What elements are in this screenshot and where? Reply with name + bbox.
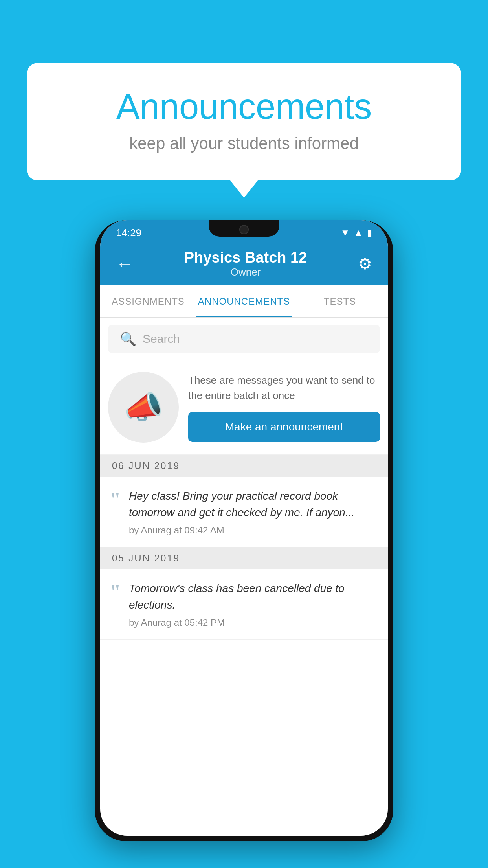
wifi-icon: ▼ bbox=[340, 227, 350, 238]
front-camera bbox=[239, 225, 249, 234]
message-text-2: Tomorrow's class has been cancelled due … bbox=[129, 580, 378, 613]
app-bar-title: Physics Batch 12 bbox=[137, 249, 354, 266]
message-text-1: Hey class! Bring your practical record b… bbox=[129, 488, 378, 521]
tabs-bar: ASSIGNMENTS ANNOUNCEMENTS TESTS bbox=[100, 285, 388, 318]
quote-icon-2: " bbox=[110, 582, 121, 602]
status-icons: ▼ ▲ ▮ bbox=[340, 227, 372, 238]
search-bar[interactable]: 🔍 Search bbox=[108, 325, 380, 353]
make-announcement-button[interactable]: Make an announcement bbox=[188, 412, 380, 442]
date-divider-2: 05 JUN 2019 bbox=[100, 547, 388, 569]
app-bar-title-group: Physics Batch 12 Owner bbox=[137, 249, 354, 278]
tab-tests[interactable]: TESTS bbox=[292, 285, 388, 317]
date-divider-1: 06 JUN 2019 bbox=[100, 455, 388, 477]
phone-screen: 14:29 ▼ ▲ ▮ ← Physics Batch 12 Owner ⚙ A… bbox=[100, 220, 388, 836]
message-author-1: by Anurag at 09:42 AM bbox=[129, 525, 378, 536]
announce-prompt: 📣 These are messages you want to send to… bbox=[100, 360, 388, 455]
message-item-2: " Tomorrow's class has been cancelled du… bbox=[100, 569, 388, 640]
search-icon: 🔍 bbox=[120, 331, 136, 347]
quote-icon-1: " bbox=[110, 489, 121, 510]
battery-icon: ▮ bbox=[367, 227, 372, 238]
content-area: 🔍 Search 📣 These are messages you want t… bbox=[100, 318, 388, 640]
speech-bubble: Announcements keep all your students inf… bbox=[27, 63, 461, 180]
message-content-1: Hey class! Bring your practical record b… bbox=[129, 488, 378, 536]
tab-assignments[interactable]: ASSIGNMENTS bbox=[100, 285, 196, 317]
megaphone-circle: 📣 bbox=[108, 372, 179, 443]
settings-button[interactable]: ⚙ bbox=[354, 251, 376, 277]
announce-right: These are messages you want to send to t… bbox=[188, 373, 380, 442]
phone-body: 14:29 ▼ ▲ ▮ ← Physics Batch 12 Owner ⚙ A… bbox=[95, 220, 393, 841]
message-author-2: by Anurag at 05:42 PM bbox=[129, 617, 378, 628]
app-bar: ← Physics Batch 12 Owner ⚙ bbox=[100, 242, 388, 285]
speech-bubble-container: Announcements keep all your students inf… bbox=[27, 63, 461, 180]
message-item-1: " Hey class! Bring your practical record… bbox=[100, 477, 388, 547]
megaphone-icon: 📣 bbox=[124, 389, 163, 426]
announce-description: These are messages you want to send to t… bbox=[188, 373, 380, 403]
power-button bbox=[393, 330, 393, 366]
bubble-subtitle: keep all your students informed bbox=[58, 134, 430, 153]
phone-mockup: 14:29 ▼ ▲ ▮ ← Physics Batch 12 Owner ⚙ A… bbox=[95, 220, 393, 841]
volume-down-button bbox=[95, 342, 95, 377]
signal-icon: ▲ bbox=[354, 227, 363, 238]
message-content-2: Tomorrow's class has been cancelled due … bbox=[129, 580, 378, 628]
app-bar-subtitle: Owner bbox=[137, 266, 354, 278]
back-button[interactable]: ← bbox=[112, 251, 137, 276]
status-time: 14:29 bbox=[116, 227, 141, 239]
search-placeholder: Search bbox=[143, 332, 180, 346]
tab-announcements[interactable]: ANNOUNCEMENTS bbox=[196, 285, 292, 317]
phone-notch bbox=[209, 220, 279, 237]
bubble-title: Announcements bbox=[58, 86, 430, 127]
volume-up-button bbox=[95, 307, 95, 330]
